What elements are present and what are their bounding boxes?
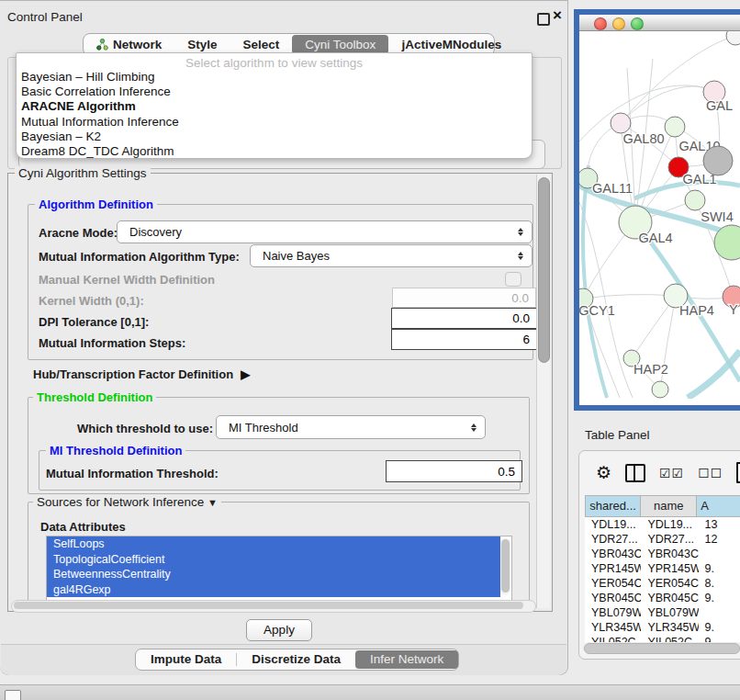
table-row[interactable]: YLR345WYLR345W9.	[585, 620, 740, 635]
table-cell: YDL19...	[641, 517, 698, 532]
new-document-icon[interactable]	[736, 462, 740, 483]
network-view-window: GALGAL80GAL10GAL1SWI4GAL11GAL4GCY1HAP4YH…	[574, 9, 740, 411]
network-node[interactable]	[726, 31, 740, 45]
table-horizontal-scrollbar[interactable]	[583, 642, 740, 653]
kernel-width-field[interactable]: 0.0	[392, 288, 536, 308]
scrollbar-thumb[interactable]	[14, 602, 523, 609]
close-traffic-light[interactable]	[594, 17, 607, 30]
network-node-label: GAL80	[622, 131, 664, 146]
tab-jactivemnodules[interactable]: jActiveMNodules	[388, 35, 514, 54]
table-cell: 9.	[699, 620, 740, 635]
algorithm-option[interactable]: Bayesian – K2	[17, 130, 532, 144]
table-row[interactable]: YER054CYER054C8.	[585, 576, 740, 591]
table-cell: 12	[699, 532, 740, 547]
network-node[interactable]	[652, 381, 668, 398]
table-row[interactable]: YPR145WYPR145W9.	[585, 561, 740, 576]
data-attribute-item[interactable]: TopologicalCoefficient	[47, 552, 500, 568]
table-cell: 8.	[699, 576, 740, 591]
float-window-icon[interactable]	[537, 13, 550, 26]
table-body: YDL19...YDL19...13YDR27...YDR27...12YBR0…	[585, 517, 740, 649]
table-cell: YBR045C	[641, 591, 698, 605]
algorithm-option[interactable]: Mutual Information Inference	[17, 115, 532, 130]
minimize-traffic-light[interactable]	[612, 17, 625, 30]
tab-select[interactable]: Select	[230, 35, 293, 54]
data-attribute-item[interactable]: gal4RGexp	[47, 582, 500, 598]
network-node[interactable]	[685, 190, 705, 210]
settings-vertical-scrollbar[interactable]	[536, 175, 550, 608]
table-cell: YBR043C	[641, 547, 698, 561]
column-header[interactable]: A	[697, 495, 740, 517]
tab-style[interactable]: Style	[174, 35, 230, 54]
tab-cyni-toolbox[interactable]: Cyni Toolbox	[292, 35, 388, 54]
mi-algorithm-type-label: Mutual Information Algorithm Type:	[39, 250, 240, 264]
table-cell: YBL079W	[585, 605, 641, 620]
manual-kernel-width-checkbox[interactable]	[505, 272, 521, 287]
zoom-traffic-light[interactable]	[631, 17, 644, 30]
network-node-label: Y	[729, 302, 738, 317]
close-icon[interactable]: ×	[553, 6, 562, 25]
select-all-icon[interactable]: ☑☑	[659, 466, 684, 480]
table-cell: 9.	[699, 561, 740, 576]
expand-arrow-icon[interactable]: ▶	[241, 367, 250, 381]
mi-algorithm-type-select[interactable]: Naive Bayes	[250, 244, 533, 267]
column-header[interactable]: name	[641, 495, 697, 517]
sources-title-text: Sources for Network Inference	[37, 495, 204, 509]
table-row[interactable]: YBL079WYBL079W	[585, 605, 740, 620]
dpi-tolerance-label: DPI Tolerance [0,1]:	[39, 315, 149, 329]
mi-steps-label: Mutual Information Steps:	[39, 336, 185, 350]
settings-horizontal-scrollbar[interactable]	[11, 600, 536, 613]
which-threshold-label: Which threshold to use:	[77, 422, 213, 435]
table-cell	[699, 547, 740, 561]
mi-steps-field[interactable]: 6	[391, 329, 537, 350]
table-row[interactable]: YDL19...YDL19...13	[585, 517, 740, 532]
network-window-titlebar[interactable]	[579, 15, 740, 31]
tab-discretize-data[interactable]: Discretize Data	[237, 650, 355, 669]
cyni-algorithm-settings-title: Cyni Algorithm Settings	[15, 166, 151, 180]
list-vertical-scrollbar[interactable]	[500, 538, 510, 595]
collapse-arrow-icon[interactable]: ▼	[207, 497, 218, 508]
table-cell: YBR043C	[585, 547, 641, 561]
combo-stepper-icon	[513, 252, 528, 260]
aracne-mode-value: Discovery	[118, 225, 513, 239]
mi-threshold-field[interactable]: 0.5	[386, 460, 522, 482]
gear-icon[interactable]: ⚙	[596, 464, 611, 482]
tab-jactivemnodules-label: jActiveMNodules	[401, 38, 501, 51]
tab-impute-data[interactable]: Impute Data	[136, 650, 236, 669]
table-cell: 13	[699, 517, 740, 532]
network-node[interactable]	[703, 146, 733, 175]
dpi-tolerance-field[interactable]: 0.0	[391, 308, 537, 329]
which-threshold-select[interactable]: MI Threshold	[216, 415, 486, 439]
network-canvas[interactable]: GALGAL80GAL10GAL1SWI4GAL11GAL4GCY1HAP4YH…	[579, 31, 740, 399]
deselect-all-icon[interactable]: ☐☐	[698, 466, 723, 480]
tab-network[interactable]: Network	[84, 35, 174, 54]
algorithm-option[interactable]: Dream8 DC_TDC Algorithm	[17, 144, 532, 159]
data-attribute-item[interactable]: BetweennessCentrality	[47, 567, 500, 582]
tab-infer-network[interactable]: Infer Network	[355, 650, 458, 669]
scrollbar-thumb[interactable]	[584, 643, 740, 654]
data-attributes-label: Data Attributes	[40, 520, 126, 534]
table-row[interactable]: YBR043CYBR043C	[585, 547, 740, 561]
apply-button[interactable]: Apply	[246, 619, 312, 641]
table-row[interactable]: YBR045CYBR045C9.	[585, 591, 740, 605]
network-node-label: SWI4	[701, 209, 733, 224]
dpi-tolerance-value: 0.0	[512, 311, 530, 325]
network-node[interactable]	[611, 113, 631, 133]
algorithm-option[interactable]: Basic Correlation Inference	[17, 85, 532, 99]
algorithm-option[interactable]: ARACNE Algorithm	[17, 99, 532, 114]
network-node-label: HAP4	[679, 303, 714, 318]
collapsed-panel-icon[interactable]	[5, 690, 21, 700]
data-attribute-item[interactable]: SelfLoops	[47, 536, 500, 552]
aracne-mode-select[interactable]: Discovery	[117, 220, 533, 243]
column-header[interactable]: shared...	[585, 495, 641, 517]
split-columns-icon[interactable]	[625, 464, 645, 482]
table-row[interactable]: YDR27...YDR27...12	[585, 532, 740, 547]
scrollbar-thumb[interactable]	[538, 177, 550, 363]
scrollbar-thumb[interactable]	[501, 539, 510, 593]
algorithm-option[interactable]: Bayesian – Hill Climbing	[17, 70, 532, 85]
data-attributes-listbox: SelfLoopsTopologicalCoefficientBetweenne…	[46, 536, 512, 602]
algorithm-definition-title: Algorithm Definition	[35, 198, 157, 211]
algorithm-dropdown-popup: Select algorithm to view settings Bayesi…	[16, 52, 533, 159]
mi-threshold-label: Mutual Information Threshold:	[46, 467, 219, 480]
node-table: shared...nameA YDL19...YDL19...13YDR27..…	[585, 495, 740, 649]
network-node[interactable]	[665, 117, 685, 137]
